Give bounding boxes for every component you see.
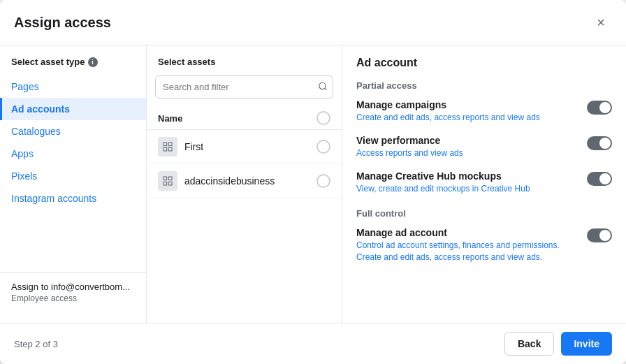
asset-name-first: First — [184, 141, 310, 152]
step-label: Step 2 of 3 — [14, 339, 58, 349]
permission-desc-manage-campaigns: Create and edit ads, access reports and … — [356, 112, 578, 124]
toggle-manage-ad-account[interactable] — [587, 228, 612, 242]
modal-body: Select asset type i Pages Ad accounts Ca… — [0, 45, 626, 323]
svg-line-1 — [325, 88, 327, 90]
permission-row-manage-campaigns: Manage campaigns Create and edit ads, ac… — [356, 99, 612, 124]
select-assets-title: Select assets — [147, 57, 342, 75]
permission-row-view-performance: View performance Access reports and view… — [356, 135, 612, 159]
modal-title: Assign access — [14, 15, 111, 31]
asset-nav-instagram-accounts[interactable]: Instagram accounts — [0, 187, 146, 210]
search-input[interactable] — [155, 75, 333, 99]
svg-rect-9 — [163, 182, 167, 185]
asset-nav-ad-accounts[interactable]: Ad accounts — [0, 98, 146, 120]
search-box — [155, 75, 333, 99]
permission-name-view-performance: View performance — [356, 135, 578, 146]
asset-radio-first[interactable] — [316, 140, 330, 154]
permission-name-manage-campaigns: Manage campaigns — [356, 99, 578, 110]
search-icon — [318, 81, 328, 93]
invite-button[interactable]: Invite — [561, 332, 612, 356]
permission-desc-view-performance: Access reports and view ads — [356, 147, 578, 159]
asset-icon-adacc — [158, 171, 177, 191]
back-button[interactable]: Back — [504, 332, 554, 356]
svg-rect-2 — [163, 143, 167, 146]
svg-rect-3 — [168, 143, 172, 146]
assets-table-header: Name — [147, 107, 342, 130]
asset-type-label: Select asset type i — [0, 57, 146, 75]
partial-access-title: Partial access — [356, 80, 612, 91]
toggle-view-performance[interactable] — [587, 136, 612, 150]
svg-rect-6 — [163, 177, 167, 180]
right-panel-title: Ad account — [356, 57, 612, 69]
modal-footer: Step 2 of 3 Back Invite — [0, 323, 626, 364]
svg-rect-7 — [168, 177, 172, 180]
asset-icon-first — [158, 137, 177, 156]
header-radio — [316, 111, 330, 125]
toggle-manage-campaigns[interactable] — [587, 101, 612, 115]
asset-radio-adacc[interactable] — [316, 174, 330, 188]
svg-rect-4 — [168, 147, 172, 151]
assign-sub-label: Employee access — [11, 293, 135, 303]
info-icon: i — [88, 57, 98, 67]
permission-desc-creative-hub: View, create and edit mockups in Creativ… — [356, 183, 578, 195]
footer-buttons: Back Invite — [504, 332, 612, 356]
left-panel-footer: Assign to info@convertbom... Employee ac… — [0, 272, 146, 312]
middle-panel: Select assets Name — [147, 45, 342, 323]
right-panel: Ad account Partial access Manage campaig… — [342, 45, 626, 323]
left-panel: Select asset type i Pages Ad accounts Ca… — [0, 45, 147, 323]
full-control-title: Full control — [356, 208, 612, 219]
asset-name-adacc: adaccinsidebusiness — [184, 175, 310, 187]
permission-desc-manage-ad-account: Control ad account settings, finances an… — [356, 240, 578, 263]
permission-name-manage-ad-account: Manage ad account — [356, 227, 578, 238]
svg-point-0 — [319, 82, 326, 89]
assign-access-modal: Assign access × Select asset type i Page… — [0, 0, 626, 364]
close-button[interactable]: × — [590, 11, 612, 34]
name-column-header: Name — [158, 113, 182, 124]
permission-row-creative-hub: Manage Creative Hub mockups View, create… — [356, 170, 612, 195]
asset-row-adacc[interactable]: adaccinsidebusiness — [147, 164, 342, 198]
asset-nav-catalogues[interactable]: Catalogues — [0, 120, 146, 143]
asset-nav-pixels[interactable]: Pixels — [0, 165, 146, 187]
asset-nav-apps[interactable]: Apps — [0, 143, 146, 165]
toggle-creative-hub[interactable] — [587, 172, 612, 186]
assign-to-label: Assign to info@convertbom... — [11, 282, 135, 292]
asset-nav-pages[interactable]: Pages — [0, 75, 146, 98]
asset-row-first[interactable]: First — [147, 130, 342, 164]
permission-name-creative-hub: Manage Creative Hub mockups — [356, 170, 578, 182]
permission-row-manage-ad-account: Manage ad account Control ad account set… — [356, 227, 612, 263]
svg-rect-5 — [163, 147, 167, 151]
modal-header: Assign access × — [0, 0, 626, 45]
svg-rect-8 — [168, 182, 172, 185]
